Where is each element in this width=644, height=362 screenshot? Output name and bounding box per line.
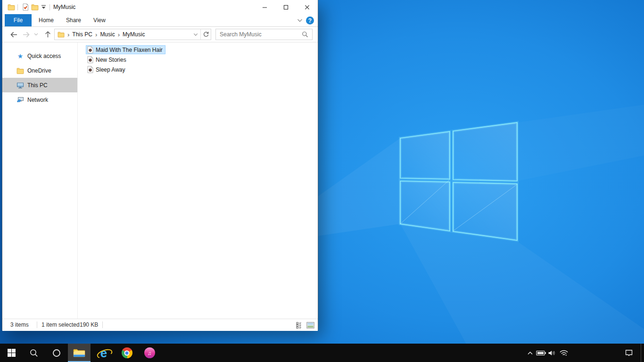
forward-arrow-icon xyxy=(22,32,30,38)
breadcrumb-this-pc[interactable]: This PC xyxy=(72,31,92,38)
main-area: ★ Quick access OneDrive This PC Network xyxy=(2,42,318,319)
thumbnail-view-button[interactable] xyxy=(306,321,314,329)
sidebar-item-network[interactable]: Network xyxy=(2,92,77,107)
onedrive-folder-icon xyxy=(17,67,24,74)
back-button[interactable] xyxy=(8,29,19,40)
hidden-icons-button[interactable] xyxy=(525,344,535,362)
window-title: MyMusic xyxy=(53,0,75,14)
breadcrumb-separator: › xyxy=(92,31,100,38)
minimize-button[interactable] xyxy=(254,0,275,14)
show-desktop-button[interactable] xyxy=(641,344,644,362)
forward-button[interactable] xyxy=(20,29,32,40)
tab-share[interactable]: Share xyxy=(63,14,84,26)
breadcrumb-separator: › xyxy=(115,31,123,38)
search-input[interactable] xyxy=(216,29,302,40)
breadcrumb-separator: › xyxy=(65,31,72,38)
sidebar-item-this-pc[interactable]: This PC xyxy=(2,78,77,92)
battery-status[interactable] xyxy=(536,344,547,362)
close-button[interactable] xyxy=(297,0,318,14)
computer-icon xyxy=(17,82,24,89)
help-button[interactable]: ? xyxy=(306,16,314,25)
file-name: Maid With The Flaxen Hair xyxy=(96,47,163,53)
expand-ribbon-chevron-icon[interactable] xyxy=(297,18,303,23)
sidebar-item-label: Quick access xyxy=(27,53,61,59)
itunes-button[interactable]: ♫ xyxy=(138,344,161,362)
status-separator xyxy=(37,321,37,328)
close-icon xyxy=(305,5,310,10)
network-status[interactable] xyxy=(558,344,570,362)
itunes-icon: ♫ xyxy=(144,347,155,358)
address-dropdown-button[interactable] xyxy=(190,29,200,40)
maximize-icon xyxy=(283,5,289,10)
cortana-circle-icon xyxy=(52,349,61,357)
sidebar-item-label: This PC xyxy=(27,82,48,89)
qat-separator xyxy=(17,4,18,10)
recent-locations-button[interactable] xyxy=(32,29,40,40)
search-icon[interactable] xyxy=(302,31,308,38)
qat-new-folder-icon[interactable] xyxy=(31,3,39,11)
details-view-button[interactable] xyxy=(296,321,304,329)
sidebar-item-onedrive[interactable]: OneDrive xyxy=(2,63,77,78)
file-explorer-icon xyxy=(73,348,85,358)
sidebar-item-label: Network xyxy=(27,97,48,103)
explorer-window-icon[interactable] xyxy=(8,3,15,11)
qat-separator xyxy=(50,4,50,10)
file-item[interactable]: Sleep Away xyxy=(86,65,128,74)
cortana-button[interactable] xyxy=(45,344,68,362)
file-item-selected[interactable]: Maid With The Flaxen Hair xyxy=(86,45,165,54)
battery-icon xyxy=(536,350,546,356)
ribbon-tabs: File Home Share View ? xyxy=(2,14,318,27)
win-logo-pane-top-right xyxy=(453,123,517,181)
status-separator xyxy=(102,321,103,328)
tab-view[interactable]: View xyxy=(89,14,110,26)
volume-icon xyxy=(548,350,556,356)
screen: MyMusic File Home Share View ? › xyxy=(0,0,644,362)
wifi-icon xyxy=(559,349,569,356)
file-explorer-taskbar-button[interactable] xyxy=(68,344,91,362)
title-bar[interactable]: MyMusic xyxy=(2,0,318,14)
internet-explorer-button[interactable]: e xyxy=(92,344,115,362)
maximize-button[interactable] xyxy=(275,0,297,14)
search-icon xyxy=(30,349,38,357)
taskbar-search-button[interactable] xyxy=(23,344,45,362)
back-arrow-icon xyxy=(10,32,18,38)
up-button[interactable] xyxy=(42,29,53,40)
chevron-down-icon xyxy=(193,33,198,36)
sidebar-item-quick-access[interactable]: ★ Quick access xyxy=(2,49,77,63)
selection-size: 190 KB xyxy=(80,319,98,330)
file-name: New Stories xyxy=(96,57,126,63)
refresh-button[interactable] xyxy=(201,29,211,40)
thumbnail-view-icon xyxy=(306,322,314,329)
start-button[interactable] xyxy=(0,344,23,362)
quick-access-star-icon: ★ xyxy=(17,52,24,60)
windows-logo-icon xyxy=(8,349,16,357)
chevron-up-icon xyxy=(527,351,533,355)
navigation-toolbar: › This PC › Music › MyMusic xyxy=(2,27,318,42)
network-icon xyxy=(17,96,24,104)
action-center-button[interactable] xyxy=(622,344,636,362)
qat-properties-icon[interactable] xyxy=(22,3,29,11)
volume-status[interactable] xyxy=(547,344,557,362)
up-arrow-icon xyxy=(45,31,51,38)
music-file-icon xyxy=(87,56,93,63)
file-list[interactable]: Maid With The Flaxen Hair New Stories Sl… xyxy=(78,42,165,319)
file-name: Sleep Away xyxy=(96,66,125,73)
tab-home[interactable]: Home xyxy=(35,14,57,26)
breadcrumb-mymusic[interactable]: MyMusic xyxy=(123,31,145,38)
qat-customize-arrow-icon[interactable] xyxy=(41,5,46,9)
tab-file[interactable]: File xyxy=(5,14,32,26)
music-file-icon xyxy=(87,46,93,53)
breadcrumb-music[interactable]: Music xyxy=(100,31,115,38)
refresh-icon xyxy=(203,31,209,38)
music-file-icon xyxy=(87,66,93,73)
selection-count: 1 item selected xyxy=(41,319,80,330)
file-item[interactable]: New Stories xyxy=(86,55,129,64)
file-explorer-window: MyMusic File Home Share View ? › xyxy=(2,0,318,330)
chrome-button[interactable] xyxy=(116,344,138,362)
address-bar[interactable]: › This PC › Music › MyMusic xyxy=(54,29,211,40)
win-logo-pane-bottom-left xyxy=(400,181,450,231)
folder-icon xyxy=(58,31,65,38)
minimize-icon xyxy=(262,5,267,10)
search-box[interactable] xyxy=(215,29,313,40)
taskbar: e ♫ xyxy=(0,344,644,362)
